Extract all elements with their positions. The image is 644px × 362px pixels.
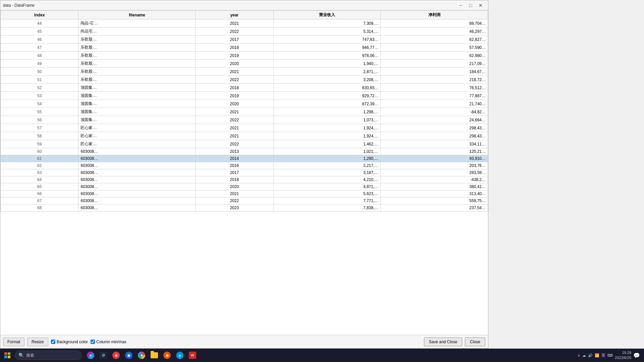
taskbar-search-box[interactable]: 🔍 搜索 — [15, 351, 82, 360]
minimize-button[interactable]: − — [456, 2, 465, 9]
window-close-button[interactable]: ✕ — [476, 2, 485, 9]
table-scroll-area[interactable]: Index filename year 营业收入 净利润 44闯品-它…2021… — [0, 10, 488, 335]
table-row[interactable]: 64603008…20184,210,…-438,2… — [1, 176, 488, 183]
table-row[interactable]: 46乐歌股…2017747,83…62,827… — [1, 36, 488, 44]
table-row[interactable]: 61603008…20141,290,…93,910… — [1, 155, 488, 162]
clock-date: 2023/6/26 — [615, 355, 631, 360]
taskbar: 🔍 搜索 ⊕ ⚙ ◈ ◉ ◆ e W ∧ ☁ — [0, 349, 644, 362]
close-button[interactable]: Close — [465, 338, 485, 346]
table-row[interactable]: 45尚品宅…20225,314,…46,297… — [1, 27, 488, 36]
data-table: Index filename year 营业收入 净利润 44闯品-它…2021… — [0, 10, 488, 212]
col-minmax-check[interactable]: Column min/max — [91, 340, 126, 344]
table-row[interactable]: 49乐歌股…20201,940,…217,09… — [1, 60, 488, 68]
table-row[interactable]: 52顶固集…2018830,65…76,512… — [1, 84, 488, 92]
col-header-revenue[interactable]: 营业收入 — [273, 11, 381, 19]
format-button[interactable]: Format — [3, 338, 24, 346]
bottom-toolbar: Format Resize Background color Column mi… — [0, 335, 488, 348]
taskbar-app-red2[interactable]: W — [186, 350, 199, 361]
taskbar-app-edge[interactable]: e — [174, 350, 186, 361]
col-header-profit[interactable]: 净利润 — [381, 11, 488, 19]
col-minmax-checkbox[interactable] — [91, 340, 95, 344]
table-row[interactable]: 59匠心家…20221,462,…334,11… — [1, 140, 488, 148]
windows-logo — [4, 352, 10, 358]
taskbar-app-orange[interactable]: ◆ — [161, 350, 173, 361]
taskbar-app-blue[interactable]: ◉ — [123, 350, 135, 361]
maximize-button[interactable]: □ — [466, 2, 475, 9]
window-title: data - DataFrame — [3, 3, 35, 8]
table-header-row: Index filename year 营业收入 净利润 — [1, 11, 488, 19]
col-header-filename[interactable]: filename — [78, 11, 196, 19]
clock-time: 19:28 — [615, 350, 631, 355]
table-row[interactable]: 48乐歌股…2019978,06…62,980… — [1, 52, 488, 60]
table-row[interactable]: 62603008…20162,217,…203,76… — [1, 162, 488, 169]
systray-arrow[interactable]: ∧ — [578, 353, 580, 358]
table-row[interactable]: 60603008…20131,021,…120,21… — [1, 148, 488, 155]
table-container: Index filename year 营业收入 净利润 44闯品-它…2021… — [0, 10, 488, 335]
col-minmax-label: Column min/max — [96, 340, 126, 344]
bg-color-label: Background color — [57, 340, 88, 344]
search-placeholder-text: 搜索 — [26, 353, 34, 358]
table-row[interactable]: 55顶固集…20211,298,…-84,82… — [1, 108, 488, 116]
table-row[interactable]: 47乐歌股…2018946,77…57,590… — [1, 44, 488, 52]
bg-color-check[interactable]: Background color — [51, 340, 88, 344]
systray-cloud[interactable]: ☁ — [582, 353, 586, 358]
table-row[interactable]: 57匠心家…20211,924,…298,43… — [1, 124, 488, 132]
col-header-index[interactable]: Index — [1, 11, 78, 19]
taskbar-app-red[interactable]: ◈ — [110, 350, 122, 361]
systray-lang[interactable]: 英 — [601, 353, 605, 358]
save-and-close-button[interactable]: Save and Close — [424, 338, 463, 346]
window-controls: − □ ✕ — [456, 2, 485, 9]
systray-keyboard[interactable]: ⌨ — [607, 353, 613, 358]
taskbar-app-icons: ⊕ ⚙ ◈ ◉ ◆ e W — [85, 350, 199, 361]
systray: ∧ ☁ 🔊 📶 英 ⌨ 19:28 2023/6/26 💬 — [578, 350, 643, 361]
bg-color-checkbox[interactable] — [51, 340, 55, 344]
taskbar-app-steam[interactable]: ⚙ — [97, 350, 109, 361]
table-row[interactable]: 53顶固集…2019929,72…77,887… — [1, 92, 488, 100]
search-icon: 🔍 — [18, 353, 24, 358]
taskbar-app-colorful[interactable]: ⊕ — [85, 350, 97, 361]
taskbar-app-folder[interactable] — [148, 350, 160, 361]
table-body: 44闯品-它…20217,309,…89,704…45尚品宅…20225,314… — [1, 19, 488, 212]
start-button[interactable] — [1, 350, 13, 361]
table-row[interactable]: 67603008…20227,771,…558,75… — [1, 197, 488, 204]
table-row[interactable]: 68603008…20237,838,…237,54… — [1, 204, 488, 212]
table-row[interactable]: 50乐歌股…20212,871,…184,67… — [1, 68, 488, 76]
table-row[interactable]: 56顶固集…20221,073,…24,664… — [1, 116, 488, 124]
table-row[interactable]: 44闯品-它…20217,309,…89,704… — [1, 19, 488, 27]
taskbar-clock[interactable]: 19:28 2023/6/26 — [615, 350, 631, 361]
dataframe-window: data - DataFrame − □ ✕ Index file — [0, 0, 488, 349]
table-row[interactable]: 65603008…20204,871,…380,41… — [1, 183, 488, 190]
table-row[interactable]: 58匠心家…20211,924,…298,43… — [1, 132, 488, 140]
systray-volume[interactable]: 🔊 — [588, 353, 593, 358]
table-row[interactable]: 66603008…20215,623,…313,40… — [1, 190, 488, 197]
notification-icon[interactable]: 💬 — [633, 352, 640, 359]
col-header-year[interactable]: year — [196, 11, 273, 19]
table-row[interactable]: 54顶固集…2020872,39…21,740… — [1, 100, 488, 108]
resize-button[interactable]: Resize — [27, 338, 48, 346]
taskbar-app-chrome[interactable] — [136, 350, 148, 361]
titlebar: data - DataFrame − □ ✕ — [0, 0, 488, 10]
systray-network[interactable]: 📶 — [595, 353, 599, 358]
table-row[interactable]: 63603008…20173,187,…283,59… — [1, 169, 488, 176]
table-row[interactable]: 51乐歌股…20223,208,…218,72… — [1, 76, 488, 84]
